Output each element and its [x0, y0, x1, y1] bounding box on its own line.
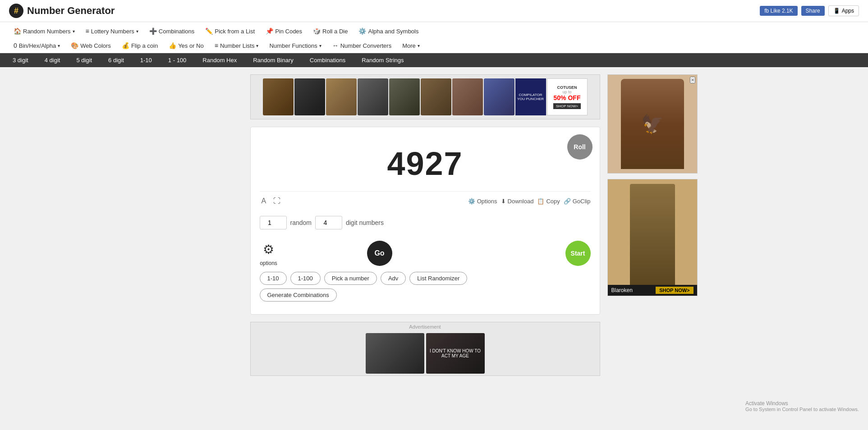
generator-box: Roll 4927 A ⛶ ⚙️ Options ⬇ Download: [250, 127, 600, 315]
nav-bin-hex[interactable]: 0 Bin/Hex/Alpha ▾: [9, 40, 64, 51]
nav-alpha-symbols[interactable]: ⚙️ Alpha and Symbols: [354, 26, 423, 37]
subbar: 3 digit 4 digit 5 digit 6 digit 1-10 1 -…: [0, 53, 868, 67]
subbar-4digit[interactable]: 4 digit: [37, 53, 69, 67]
goclip-button[interactable]: 🔗 GoClip: [564, 198, 591, 205]
font-size-button[interactable]: A: [260, 195, 268, 207]
quick-adv[interactable]: Adv: [381, 272, 406, 285]
ad-shirt-1: [263, 78, 294, 115]
quantity-label: random: [290, 219, 312, 226]
nav-number-lists[interactable]: ≡ Number Lists ▾: [210, 40, 263, 51]
nav-roll-die[interactable]: 🎲 Roll a Die: [308, 26, 352, 37]
roll-button[interactable]: Roll: [567, 134, 592, 160]
apps-button[interactable]: 📱 Apps: [828, 5, 859, 16]
bottom-ad: Advertisement I DON'T KNOW HOW TO ACT MY…: [250, 322, 600, 376]
quick-pick-number[interactable]: Pick a number: [324, 272, 377, 285]
ad-shirt-7: [452, 78, 483, 115]
eagle-icon: 🦅: [641, 114, 664, 135]
thumbs-icon: 👍: [169, 42, 176, 49]
expand-button[interactable]: ⛶: [271, 195, 282, 207]
options-button[interactable]: ⚙️ Options: [468, 198, 497, 205]
nav-pin-codes[interactable]: 📌 Pin Codes: [261, 26, 307, 37]
subbar-random-binary[interactable]: Random Binary: [245, 53, 302, 67]
subbar-random-strings[interactable]: Random Strings: [354, 53, 412, 67]
logo-icon: #: [9, 4, 23, 18]
digits-label: digit numbers: [346, 219, 384, 226]
pencil-icon: ✏️: [205, 27, 213, 35]
nav-lottery-numbers[interactable]: ≡ Lottery Numbers ▾: [81, 26, 143, 37]
fb-share-button[interactable]: Share: [801, 6, 825, 16]
digits-input[interactable]: [315, 216, 342, 229]
site-title: Number Generator: [27, 5, 115, 17]
die-icon: 🎲: [313, 27, 321, 35]
start-button[interactable]: Start: [565, 241, 591, 266]
copy-button[interactable]: 📋 Copy: [537, 198, 560, 205]
nav-random-numbers[interactable]: 🏠 Random Numbers ▾: [9, 26, 79, 37]
nav-more[interactable]: More ▾: [398, 41, 424, 51]
generate-combinations-button[interactable]: Generate Combinations: [260, 288, 337, 302]
quick-1-10[interactable]: 1-10: [260, 272, 287, 285]
gear-icon: ⚙️: [468, 198, 475, 205]
subbar-combinations[interactable]: Combinations: [302, 53, 354, 67]
phone-icon: 📱: [833, 8, 840, 14]
nav-flip-coin[interactable]: 💰 Flip a coin: [117, 40, 162, 51]
left-ad-area: [171, 74, 243, 376]
top-ad-banner: COMPILATOR YOU PUNCHER COTUSEN up to 50%…: [250, 74, 600, 119]
quick-list-randomizer[interactable]: List Randomizer: [409, 272, 467, 285]
ad-shirt-2: [294, 78, 325, 115]
download-button[interactable]: ⬇ Download: [501, 198, 534, 205]
ad-shirt-6: [421, 78, 451, 115]
ad-close-button[interactable]: ✕: [690, 77, 695, 83]
convert-icon: ↔️: [332, 42, 339, 49]
shop-now-button[interactable]: SHOP NOW>: [656, 287, 693, 294]
pin-icon: 📌: [266, 27, 273, 35]
subbar-6digit[interactable]: 6 digit: [100, 53, 132, 67]
nav-combinations[interactable]: ➕ Combinations: [145, 26, 199, 37]
generator-toolbar: A ⛶ ⚙️ Options ⬇ Download 📋 Copy: [260, 191, 591, 210]
subbar-random-hex[interactable]: Random Hex: [194, 53, 245, 67]
nav-pick-from-list[interactable]: ✏️ Pick from a List: [201, 26, 259, 37]
quick-1-100[interactable]: 1-100: [290, 272, 321, 285]
dropdown-arrow: ▾: [136, 29, 138, 34]
coin-icon: 💰: [122, 42, 129, 49]
copy-icon: 📋: [537, 198, 544, 205]
download-icon: ⬇: [501, 198, 506, 205]
nav-row-2: 0 Bin/Hex/Alpha ▾ 🎨 Web Colors 💰 Flip a …: [9, 38, 859, 53]
nav-number-converters[interactable]: ↔️ Number Converters: [328, 40, 396, 51]
subbar-1-100[interactable]: 1 - 100: [160, 53, 194, 67]
jacket-image: 🦅: [621, 79, 684, 169]
navigation: 🏠 Random Numbers ▾ ≡ Lottery Numbers ▾ ➕…: [0, 22, 868, 53]
options-area: ⚙ options: [260, 240, 278, 266]
bin-icon: 0: [14, 42, 17, 49]
subbar-3digit[interactable]: 3 digit: [5, 53, 37, 67]
go-button[interactable]: Go: [367, 241, 392, 266]
clip-icon: 🔗: [564, 198, 571, 205]
quick-links: 1-10 1-100 Pick a number Adv List Random…: [260, 266, 591, 287]
right-ad-jacket: ✕ 🦅: [607, 74, 698, 174]
fb-like-button[interactable]: fb Like 2.1K: [760, 6, 797, 16]
plus-icon: ➕: [149, 27, 157, 35]
dropdown-arrow: ▾: [73, 29, 75, 34]
nav-yes-or-no[interactable]: 👍 Yes or No: [164, 40, 208, 51]
advertisement-label: Advertisement: [409, 324, 441, 329]
right-ad-area: ✕ 🦅 Blaroken SHOP NOW>: [607, 74, 698, 376]
home-icon: 🏠: [14, 27, 21, 35]
generator-config: random digit numbers: [260, 210, 591, 235]
subbar-5digit[interactable]: 5 digit: [68, 53, 100, 67]
right-ads: ✕ 🦅 Blaroken SHOP NOW>: [607, 74, 698, 296]
subbar-1-10[interactable]: 1-10: [132, 53, 160, 67]
pants-image: [630, 184, 675, 288]
content-area: COMPILATOR YOU PUNCHER COTUSEN up to 50%…: [250, 74, 600, 376]
toolbar-left: A ⛶: [260, 195, 283, 207]
ad-shirt-text: COMPILATOR YOU PUNCHER: [515, 78, 546, 115]
options-text: options: [260, 260, 277, 266]
main-container: COMPILATOR YOU PUNCHER COTUSEN up to 50%…: [164, 67, 705, 383]
options-gear-button[interactable]: ⚙: [260, 240, 278, 258]
quantity-input[interactable]: [260, 216, 287, 229]
list-icon: ≡: [86, 27, 89, 35]
nav-web-colors[interactable]: 🎨 Web Colors: [66, 40, 115, 51]
dropdown-arrow: ▾: [256, 43, 258, 48]
palette-icon: 🎨: [71, 42, 78, 49]
nav-number-functions[interactable]: Number Functions ▾: [265, 41, 326, 51]
dropdown-arrow: ▾: [418, 43, 420, 48]
blaroken-label: Blaroken: [611, 287, 633, 293]
